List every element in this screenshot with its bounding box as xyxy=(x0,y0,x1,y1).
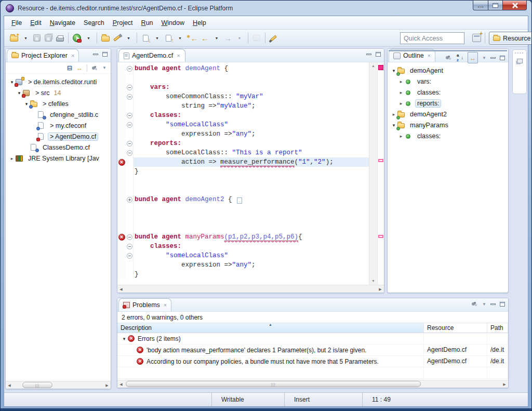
project-explorer-hscrollbar[interactable]: ◀ ▶ xyxy=(6,381,111,389)
forward-button[interactable]: → xyxy=(222,32,234,44)
maximize-button[interactable] xyxy=(488,1,503,10)
mark-occurrences-button[interactable] xyxy=(268,32,280,44)
code-line[interactable]: someLocalClass:: "This is a report" xyxy=(134,148,369,157)
print-button[interactable] xyxy=(54,32,65,44)
error-marker-icon[interactable]: ✕ xyxy=(118,159,125,166)
code-row[interactable] xyxy=(117,185,369,195)
fold-collapse-icon[interactable] xyxy=(127,122,132,128)
focus-on-active-task-icon[interactable] xyxy=(445,55,452,60)
code-line[interactable] xyxy=(134,214,369,223)
close-icon[interactable]: × xyxy=(164,302,167,308)
previous-annotation-dropdown[interactable]: ▼ xyxy=(174,32,185,44)
collapse-arrow-icon[interactable]: ▾ xyxy=(391,123,397,128)
folding-ruler[interactable] xyxy=(126,73,134,83)
code-row[interactable]: reports: xyxy=(117,139,369,148)
code-row[interactable]: ✕ action => measure_performance("1","2")… xyxy=(117,157,369,167)
fold-collapse-icon[interactable] xyxy=(127,85,132,90)
error-marker[interactable] xyxy=(378,65,383,70)
annotation-ruler[interactable] xyxy=(117,101,126,111)
code-row[interactable]: } xyxy=(117,270,369,279)
code-row[interactable]: vars: xyxy=(117,83,369,92)
code-line[interactable]: bundle agent manyParams(p1,p2,p3,p4,p5,p… xyxy=(134,232,369,242)
project-tree-item[interactable]: ClassesDemo.cf xyxy=(6,142,111,153)
scroll-up-icon[interactable]: ▲ xyxy=(369,62,377,70)
folding-ruler[interactable] xyxy=(126,120,134,129)
column-header-resource[interactable]: Resource xyxy=(424,323,487,333)
code-line[interactable]: reports: xyxy=(134,139,369,148)
view-menu-icon[interactable]: ▼ xyxy=(482,56,486,60)
code-line[interactable] xyxy=(134,73,369,83)
outline-tree-item[interactable]: ▾manyParams xyxy=(388,120,508,130)
outline-tree-item[interactable]: ▸classes: xyxy=(388,87,508,98)
menu-search[interactable]: Search xyxy=(79,18,109,28)
folding-ruler[interactable] xyxy=(126,64,134,73)
error-marker[interactable] xyxy=(378,159,383,162)
column-header-description[interactable]: Description▲ xyxy=(117,323,424,333)
restore-view-icon[interactable] xyxy=(517,59,523,63)
code-line[interactable]: } xyxy=(134,270,369,279)
back-button[interactable]: ← xyxy=(200,32,211,44)
next-annotation-dropdown[interactable]: ▼ xyxy=(151,32,163,44)
annotation-ruler[interactable] xyxy=(117,73,126,83)
resource-perspective-button[interactable]: Resource xyxy=(489,32,532,45)
expand-arrow-icon[interactable]: ▸ xyxy=(398,79,404,84)
folding-ruler[interactable] xyxy=(126,111,134,120)
minimize-view-icon[interactable] xyxy=(490,57,496,59)
annotation-ruler[interactable] xyxy=(117,176,126,185)
folding-ruler[interactable] xyxy=(126,242,134,251)
back-dropdown[interactable]: ▼ xyxy=(211,32,222,44)
drag-handle-icon[interactable]: •••• xyxy=(513,50,526,55)
close-icon[interactable]: × xyxy=(177,52,180,59)
code-row[interactable]: classes: xyxy=(117,111,369,120)
menu-project[interactable]: Project xyxy=(109,18,137,28)
outline-tree-item[interactable]: ▸reports: xyxy=(388,98,508,109)
project-tree-item[interactable]: ▾> cfefiles xyxy=(6,98,111,109)
annotation-ruler[interactable] xyxy=(117,242,126,251)
focus-on-active-task-icon[interactable] xyxy=(471,301,478,307)
code-line[interactable]: classes: xyxy=(134,242,369,251)
next-annotation-button[interactable] xyxy=(140,32,151,44)
folding-ruler[interactable] xyxy=(126,157,134,167)
project-tree-item[interactable]: ▾> de.itemis.cfeditor.runti xyxy=(6,76,111,87)
view-menu-icon[interactable]: ▼ xyxy=(102,65,107,70)
folding-ruler[interactable] xyxy=(126,195,134,204)
menu-help[interactable]: Help xyxy=(189,18,210,28)
menu-navigate[interactable]: Navigate xyxy=(46,18,79,28)
folding-ruler[interactable] xyxy=(126,101,134,111)
new-wizard-dropdown[interactable]: ▼ xyxy=(20,32,31,44)
expand-arrow-icon[interactable]: ▸ xyxy=(9,156,15,161)
menu-edit[interactable]: Edit xyxy=(26,18,46,28)
collapse-all-icon[interactable]: ⊟ xyxy=(67,65,72,71)
expand-arrow-icon[interactable]: ▸ xyxy=(398,90,404,95)
column-header-path[interactable]: Path xyxy=(487,323,508,333)
close-button[interactable] xyxy=(503,1,527,10)
focus-on-active-task-icon[interactable] xyxy=(91,65,98,71)
fold-collapse-icon[interactable] xyxy=(127,94,132,100)
fold-collapse-icon[interactable] xyxy=(127,253,132,259)
code-line[interactable] xyxy=(134,176,369,185)
problems-group-row[interactable]: ▾✕Errors (2 items) xyxy=(117,333,508,344)
code-line[interactable]: string =>"myValue"; xyxy=(134,101,369,111)
maximize-view-icon[interactable] xyxy=(376,52,381,57)
code-row[interactable]: bundle agent demoAgent { xyxy=(117,64,369,73)
annotation-ruler[interactable]: ✕ xyxy=(117,232,126,242)
fold-expand-icon[interactable] xyxy=(127,197,132,203)
minimize-button[interactable] xyxy=(473,1,488,10)
last-edit-location-button[interactable]: ∗← xyxy=(185,32,200,44)
fold-collapse-icon[interactable] xyxy=(127,113,132,118)
search-button[interactable] xyxy=(111,32,123,44)
annotation-ruler[interactable] xyxy=(117,195,126,204)
folding-ruler[interactable] xyxy=(126,83,134,92)
outline-tree-item[interactable]: ▸classes: xyxy=(388,130,508,141)
code-line[interactable] xyxy=(134,223,369,232)
fold-collapse-icon[interactable] xyxy=(127,66,132,72)
menu-window[interactable]: Window xyxy=(157,18,189,28)
overview-ruler[interactable] xyxy=(377,62,384,285)
outline-tree-item[interactable]: ▸vars: xyxy=(388,76,508,87)
scroll-right-icon[interactable]: ▶ xyxy=(103,381,111,389)
fold-collapse-icon[interactable] xyxy=(127,234,132,240)
run-button[interactable] xyxy=(71,32,83,44)
new-wizard-button[interactable] xyxy=(8,32,20,44)
code-line[interactable]: "someLocalClass" xyxy=(134,120,369,129)
scroll-thumb[interactable] xyxy=(126,381,421,387)
